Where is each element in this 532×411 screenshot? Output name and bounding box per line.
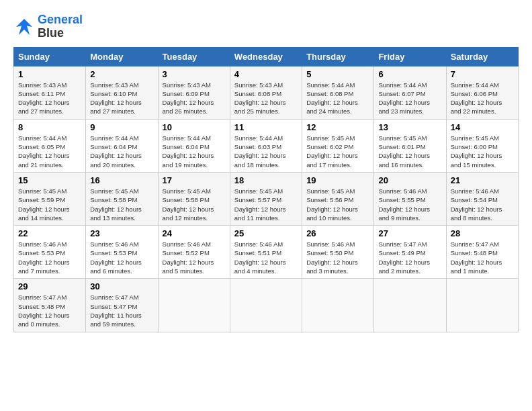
- page-header: General Blue: [13, 13, 519, 40]
- calendar-cell-17: 17Sunrise: 5:45 AM Sunset: 5:58 PM Dayli…: [158, 172, 230, 225]
- day-info: Sunrise: 5:45 AM Sunset: 5:56 PM Dayligh…: [306, 187, 369, 222]
- day-info: Sunrise: 5:44 AM Sunset: 6:07 PM Dayligh…: [378, 81, 441, 116]
- day-info: Sunrise: 5:43 AM Sunset: 6:11 PM Dayligh…: [18, 81, 81, 116]
- day-number: 21: [451, 175, 514, 185]
- day-number: 16: [90, 175, 153, 185]
- day-info: Sunrise: 5:45 AM Sunset: 6:02 PM Dayligh…: [306, 134, 369, 169]
- day-info: Sunrise: 5:46 AM Sunset: 5:53 PM Dayligh…: [18, 240, 81, 275]
- day-number: 9: [90, 122, 153, 132]
- day-number: 8: [18, 122, 81, 132]
- logo: General Blue: [13, 13, 83, 40]
- calendar-week-4: 22Sunrise: 5:46 AM Sunset: 5:53 PM Dayli…: [14, 226, 519, 279]
- calendar-cell-26: 26Sunrise: 5:46 AM Sunset: 5:50 PM Dayli…: [302, 226, 374, 279]
- day-info: Sunrise: 5:43 AM Sunset: 6:09 PM Dayligh…: [163, 81, 226, 116]
- day-info: Sunrise: 5:43 AM Sunset: 6:10 PM Dayligh…: [90, 81, 153, 116]
- calendar-cell-9: 9Sunrise: 5:44 AM Sunset: 6:04 PM Daylig…: [86, 119, 158, 172]
- day-number: 6: [378, 69, 441, 79]
- calendar-cell-11: 11Sunrise: 5:44 AM Sunset: 6:03 PM Dayli…: [230, 119, 302, 172]
- day-number: 5: [306, 69, 369, 79]
- day-info: Sunrise: 5:45 AM Sunset: 5:59 PM Dayligh…: [18, 187, 81, 222]
- day-info: Sunrise: 5:47 AM Sunset: 5:49 PM Dayligh…: [378, 240, 441, 275]
- day-info: Sunrise: 5:46 AM Sunset: 5:53 PM Dayligh…: [90, 240, 153, 275]
- calendar-table: SundayMondayTuesdayWednesdayThursdayFrid…: [13, 47, 519, 332]
- calendar-cell-12: 12Sunrise: 5:45 AM Sunset: 6:02 PM Dayli…: [302, 119, 374, 172]
- calendar-cell-29: 29Sunrise: 5:47 AM Sunset: 5:48 PM Dayli…: [14, 279, 86, 332]
- day-info: Sunrise: 5:44 AM Sunset: 6:04 PM Dayligh…: [163, 134, 226, 169]
- day-info: Sunrise: 5:45 AM Sunset: 6:00 PM Dayligh…: [451, 134, 514, 169]
- calendar-cell-5: 5Sunrise: 5:44 AM Sunset: 6:08 PM Daylig…: [302, 66, 374, 119]
- calendar-cell-16: 16Sunrise: 5:45 AM Sunset: 5:58 PM Dayli…: [86, 172, 158, 225]
- day-number: 20: [378, 175, 441, 185]
- day-info: Sunrise: 5:45 AM Sunset: 6:01 PM Dayligh…: [378, 134, 441, 169]
- calendar-cell-empty: [302, 279, 374, 332]
- day-number: 19: [306, 175, 369, 185]
- day-number: 25: [234, 228, 298, 238]
- day-number: 1: [18, 69, 81, 79]
- day-info: Sunrise: 5:44 AM Sunset: 6:03 PM Dayligh…: [234, 134, 298, 169]
- day-info: Sunrise: 5:46 AM Sunset: 5:51 PM Dayligh…: [234, 240, 298, 275]
- day-number: 29: [18, 281, 81, 291]
- logo-icon: [13, 16, 35, 38]
- day-number: 23: [90, 228, 153, 238]
- day-number: 2: [90, 69, 153, 79]
- day-number: 28: [451, 228, 514, 238]
- day-info: Sunrise: 5:46 AM Sunset: 5:52 PM Dayligh…: [163, 240, 226, 275]
- svg-marker-0: [16, 19, 32, 35]
- day-number: 14: [451, 122, 514, 132]
- calendar-cell-10: 10Sunrise: 5:44 AM Sunset: 6:04 PM Dayli…: [158, 119, 230, 172]
- calendar-cell-7: 7Sunrise: 5:44 AM Sunset: 6:06 PM Daylig…: [446, 66, 518, 119]
- calendar-cell-14: 14Sunrise: 5:45 AM Sunset: 6:00 PM Dayli…: [446, 119, 518, 172]
- day-number: 15: [18, 175, 81, 185]
- day-info: Sunrise: 5:46 AM Sunset: 5:54 PM Dayligh…: [451, 187, 514, 222]
- calendar-cell-empty: [374, 279, 446, 332]
- day-number: 13: [378, 122, 441, 132]
- calendar-cell-15: 15Sunrise: 5:45 AM Sunset: 5:59 PM Dayli…: [14, 172, 86, 225]
- calendar-cell-3: 3Sunrise: 5:43 AM Sunset: 6:09 PM Daylig…: [158, 66, 230, 119]
- calendar-cell-23: 23Sunrise: 5:46 AM Sunset: 5:53 PM Dayli…: [86, 226, 158, 279]
- calendar-cell-28: 28Sunrise: 5:47 AM Sunset: 5:48 PM Dayli…: [446, 226, 518, 279]
- calendar-cell-13: 13Sunrise: 5:45 AM Sunset: 6:01 PM Dayli…: [374, 119, 446, 172]
- calendar-cell-21: 21Sunrise: 5:46 AM Sunset: 5:54 PM Dayli…: [446, 172, 518, 225]
- day-number: 30: [90, 281, 153, 291]
- weekday-header-saturday: Saturday: [446, 47, 518, 66]
- calendar-cell-empty: [446, 279, 518, 332]
- day-info: Sunrise: 5:44 AM Sunset: 6:08 PM Dayligh…: [306, 81, 369, 116]
- calendar-cell-27: 27Sunrise: 5:47 AM Sunset: 5:49 PM Dayli…: [374, 226, 446, 279]
- calendar-cell-30: 30Sunrise: 5:47 AM Sunset: 5:47 PM Dayli…: [86, 279, 158, 332]
- day-info: Sunrise: 5:47 AM Sunset: 5:48 PM Dayligh…: [451, 240, 514, 275]
- day-number: 7: [451, 69, 514, 79]
- weekday-header-friday: Friday: [374, 47, 446, 66]
- day-info: Sunrise: 5:47 AM Sunset: 5:47 PM Dayligh…: [90, 293, 153, 328]
- day-info: Sunrise: 5:45 AM Sunset: 5:58 PM Dayligh…: [90, 187, 153, 222]
- day-info: Sunrise: 5:46 AM Sunset: 5:55 PM Dayligh…: [378, 187, 441, 222]
- weekday-header-tuesday: Tuesday: [158, 47, 230, 66]
- calendar-cell-8: 8Sunrise: 5:44 AM Sunset: 6:05 PM Daylig…: [14, 119, 86, 172]
- calendar-cell-22: 22Sunrise: 5:46 AM Sunset: 5:53 PM Dayli…: [14, 226, 86, 279]
- day-info: Sunrise: 5:47 AM Sunset: 5:48 PM Dayligh…: [18, 293, 81, 328]
- day-number: 18: [234, 175, 298, 185]
- day-number: 12: [306, 122, 369, 132]
- weekday-header-thursday: Thursday: [302, 47, 374, 66]
- calendar-cell-20: 20Sunrise: 5:46 AM Sunset: 5:55 PM Dayli…: [374, 172, 446, 225]
- calendar-cell-24: 24Sunrise: 5:46 AM Sunset: 5:52 PM Dayli…: [158, 226, 230, 279]
- calendar-cell-18: 18Sunrise: 5:45 AM Sunset: 5:57 PM Dayli…: [230, 172, 302, 225]
- weekday-header-row: SundayMondayTuesdayWednesdayThursdayFrid…: [14, 47, 519, 66]
- day-number: 27: [378, 228, 441, 238]
- calendar-cell-empty: [230, 279, 302, 332]
- logo-text: General Blue: [38, 13, 83, 40]
- calendar-cell-25: 25Sunrise: 5:46 AM Sunset: 5:51 PM Dayli…: [230, 226, 302, 279]
- calendar-cell-19: 19Sunrise: 5:45 AM Sunset: 5:56 PM Dayli…: [302, 172, 374, 225]
- weekday-header-monday: Monday: [86, 47, 158, 66]
- calendar-cell-1: 1Sunrise: 5:43 AM Sunset: 6:11 PM Daylig…: [14, 66, 86, 119]
- day-info: Sunrise: 5:43 AM Sunset: 6:08 PM Dayligh…: [234, 81, 298, 116]
- calendar-cell-6: 6Sunrise: 5:44 AM Sunset: 6:07 PM Daylig…: [374, 66, 446, 119]
- calendar-cell-2: 2Sunrise: 5:43 AM Sunset: 6:10 PM Daylig…: [86, 66, 158, 119]
- day-number: 11: [234, 122, 298, 132]
- day-number: 17: [163, 175, 226, 185]
- day-info: Sunrise: 5:44 AM Sunset: 6:05 PM Dayligh…: [18, 134, 81, 169]
- day-number: 24: [163, 228, 226, 238]
- calendar-cell-empty: [158, 279, 230, 332]
- day-number: 22: [18, 228, 81, 238]
- calendar-week-1: 1Sunrise: 5:43 AM Sunset: 6:11 PM Daylig…: [14, 66, 519, 119]
- weekday-header-wednesday: Wednesday: [230, 47, 302, 66]
